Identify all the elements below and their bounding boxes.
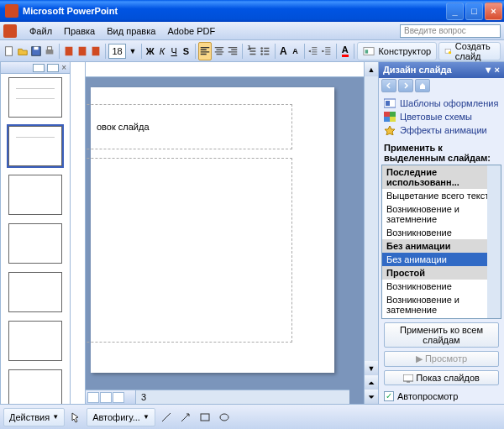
- rectangle-tool-icon[interactable]: [197, 409, 213, 426]
- close-panel-icon[interactable]: ×: [61, 63, 66, 72]
- taskpane-links: Шаблоны оформления Цветовые схемы Эффект…: [379, 94, 504, 139]
- font-size-dropdown-icon[interactable]: ▼: [128, 42, 138, 60]
- slide-thumb-1[interactable]: [8, 77, 62, 118]
- pdf-review-icon[interactable]: [90, 42, 102, 60]
- slideshow-view-button[interactable]: [113, 392, 124, 403]
- sorter-view-button[interactable]: [100, 392, 112, 403]
- open-icon[interactable]: [17, 42, 29, 60]
- apply-all-button[interactable]: Применить ко всем слайдам: [384, 322, 499, 348]
- italic-button[interactable]: К: [157, 42, 167, 60]
- nav-fwd-button[interactable]: [398, 79, 413, 92]
- arrow-tool-icon[interactable]: [177, 409, 194, 426]
- slide-body-placeholder[interactable]: [86, 158, 292, 343]
- designer-button[interactable]: Конструктор: [357, 42, 437, 60]
- menu-adobe[interactable]: Adobe PDF: [161, 24, 221, 38]
- help-search-input[interactable]: Введите вопрос: [400, 24, 501, 38]
- vertical-scrollbar[interactable]: ▲ ▼ ⏶ ⏷: [364, 62, 378, 404]
- slide-thumbnails: ×: [0, 62, 71, 404]
- designer-label: Конструктор: [378, 46, 431, 56]
- new-slide-label: Создать слайд: [455, 41, 495, 61]
- save-icon[interactable]: [30, 42, 42, 60]
- taskpane-menu-icon[interactable]: ▼: [484, 65, 493, 75]
- canvas-wrap: овок слайда 3: [86, 62, 364, 404]
- outline-tab[interactable]: [33, 64, 45, 72]
- select-tool-icon[interactable]: [67, 409, 84, 426]
- indent-button[interactable]: [321, 42, 333, 60]
- app-icon: [5, 4, 18, 18]
- link-templates[interactable]: Шаблоны оформления: [384, 97, 499, 110]
- taskpane-title-bar: Дизайн слайда ▼ ×: [379, 62, 504, 78]
- slide-thumb-3[interactable]: [8, 175, 62, 215]
- slide-thumb-5[interactable]: [8, 272, 62, 312]
- bottom-bar: 3: [86, 390, 349, 404]
- svg-point-14: [449, 51, 451, 54]
- taskpane-close-icon[interactable]: ×: [495, 65, 500, 75]
- slide-thumb-7[interactable]: [8, 369, 62, 404]
- link-anim[interactable]: Эффекты анимации: [384, 123, 499, 137]
- align-right-button[interactable]: [227, 42, 239, 60]
- pdf-attach-icon[interactable]: [76, 42, 88, 60]
- item-appear2[interactable]: Возникновение: [382, 280, 501, 293]
- minimize-button[interactable]: _: [446, 3, 464, 20]
- prev-slide-icon[interactable]: ⏶: [365, 375, 378, 390]
- item-appear[interactable]: Возникновение: [382, 226, 501, 239]
- horizontal-ruler: [86, 62, 364, 77]
- print-icon[interactable]: [44, 42, 55, 60]
- slides-tab[interactable]: [47, 64, 59, 72]
- maximize-button[interactable]: □: [465, 3, 483, 20]
- slide-thumb-4[interactable]: [8, 223, 62, 264]
- pdf-icon[interactable]: [63, 42, 75, 60]
- item-no-anim[interactable]: Без анимации: [382, 253, 501, 266]
- oval-tool-icon[interactable]: [216, 409, 233, 426]
- bullets-button[interactable]: [260, 42, 271, 60]
- slideshow-button[interactable]: Показ слайдов: [384, 370, 499, 385]
- preview-button[interactable]: ▶ Просмотр: [384, 351, 499, 367]
- slide-thumb-2[interactable]: [8, 126, 62, 166]
- shadow-button[interactable]: S: [181, 42, 191, 60]
- font-size-input[interactable]: 18: [108, 44, 126, 59]
- menu-bar: Файл Правка Вид правка Adobe PDF Введите…: [0, 22, 504, 40]
- normal-view-button[interactable]: [87, 392, 99, 403]
- item-appear-dim[interactable]: Возникновение и затемнение: [382, 202, 501, 226]
- cat-simple: Простой: [382, 266, 501, 280]
- item-fade-all[interactable]: Выцветание всего текста: [382, 189, 501, 202]
- close-button[interactable]: ×: [485, 3, 502, 20]
- svg-point-9: [260, 47, 263, 50]
- align-left-button[interactable]: [198, 42, 212, 60]
- increase-font-button[interactable]: A: [278, 42, 288, 60]
- bold-button[interactable]: Ж: [145, 42, 155, 60]
- title-bar: Microsoft PowerPoint _ □ ×: [0, 0, 504, 22]
- decrease-font-button[interactable]: A: [290, 42, 300, 60]
- nav-home-button[interactable]: [415, 79, 430, 92]
- font-color-button[interactable]: A: [340, 42, 350, 60]
- new-icon[interactable]: [3, 42, 15, 60]
- svg-rect-19: [384, 117, 390, 122]
- checkbox-icon: ✓: [384, 391, 394, 401]
- svg-rect-2: [34, 46, 38, 50]
- slide-title-placeholder[interactable]: овок слайда: [86, 104, 292, 149]
- taskpane-nav: [379, 78, 504, 94]
- list-scrollbar[interactable]: [487, 165, 501, 318]
- outdent-button[interactable]: [307, 42, 319, 60]
- autopreview-check[interactable]: ✓ Автопросмотр: [379, 389, 504, 404]
- numbering-button[interactable]: 1: [246, 42, 258, 60]
- slide-canvas[interactable]: овок слайда: [91, 87, 334, 373]
- menu-view[interactable]: Вид правка: [101, 24, 161, 38]
- actions-menu[interactable]: Действия ▼: [3, 408, 65, 426]
- next-slide-icon[interactable]: ⏷: [365, 390, 378, 404]
- item-fade-all2[interactable]: Выцветание всего текста: [382, 317, 501, 319]
- new-slide-button[interactable]: Создать слайд: [438, 42, 501, 60]
- autoshapes-menu[interactable]: Автофигу... ▼: [87, 408, 155, 426]
- nav-back-button[interactable]: [381, 79, 396, 92]
- link-colors[interactable]: Цветовые схемы: [384, 110, 499, 123]
- line-tool-icon[interactable]: [158, 409, 175, 426]
- align-center-button[interactable]: [213, 42, 225, 60]
- menu-edit[interactable]: Правка: [58, 24, 101, 38]
- item-appear-dim2[interactable]: Возникновение и затемнение: [382, 293, 501, 317]
- scroll-down-icon[interactable]: ▼: [365, 361, 378, 375]
- scroll-up-icon[interactable]: ▲: [365, 62, 378, 76]
- underline-button[interactable]: Ч: [169, 42, 179, 60]
- slide-thumb-6[interactable]: [8, 321, 62, 361]
- menu-file[interactable]: Файл: [24, 24, 58, 38]
- taskpane-title: Дизайн слайда: [383, 65, 452, 75]
